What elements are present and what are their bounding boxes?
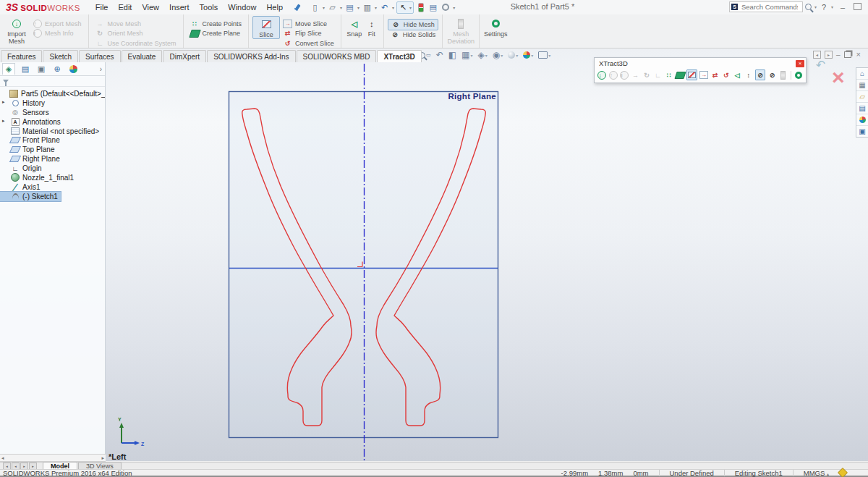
tab-evaluate[interactable]: Evaluate (122, 50, 163, 62)
tab-dimxpert[interactable]: DimXpert (163, 50, 206, 62)
minimize-button[interactable]: – (836, 3, 849, 12)
xp-settings-icon[interactable] (793, 70, 803, 80)
cancel-sketch-icon[interactable]: × (832, 69, 845, 85)
fit-button[interactable]: ↕ Fit (364, 16, 380, 38)
help-button[interactable]: ? (820, 3, 828, 12)
open-dropdown-icon[interactable]: ▾ (340, 5, 342, 10)
menu-help[interactable]: Help (261, 1, 288, 13)
section-view-icon[interactable]: ◧ (448, 50, 456, 60)
tree-item-sensors[interactable]: ◎ Sensors (0, 108, 52, 117)
view-settings-icon[interactable]: ▾ (538, 51, 550, 59)
tree-item-part[interactable]: Part5 (Default<<Default>_Display State 1 (0, 89, 106, 98)
exit-sketch-icon[interactable]: ↶ (814, 57, 827, 72)
xtract3d-panel-titlebar[interactable]: XTract3D × (595, 58, 806, 68)
select-tool-button[interactable]: ↖▾ (396, 1, 414, 14)
feature-tree-tab-icon[interactable]: ◈ (2, 63, 15, 75)
new-dropdown-icon[interactable]: ▾ (323, 5, 325, 10)
xtract3d-panel-close-icon[interactable]: × (796, 60, 804, 67)
custom-properties-icon[interactable]: ▤ (856, 103, 868, 114)
expand-arrow-icon[interactable]: ▸ (2, 99, 5, 105)
tree-item-material[interactable]: Material <not specified> (0, 127, 102, 136)
configuration-manager-tab-icon[interactable]: ▣ (35, 64, 47, 75)
file-properties-icon[interactable]: ▤ (427, 2, 438, 13)
home-icon[interactable]: ⌂ (856, 68, 868, 80)
file-explorer-icon[interactable]: ▱ (856, 91, 868, 103)
tab-surfaces[interactable]: Surfaces (79, 50, 120, 62)
search-input[interactable] (740, 2, 799, 12)
create-plane-button[interactable]: Create Plane (187, 29, 245, 39)
property-manager-tab-icon[interactable]: ▤ (20, 64, 31, 75)
tab-solidworks-add-ins[interactable]: SOLIDWORKS Add-Ins (207, 50, 295, 62)
save-dropdown-icon[interactable]: ▾ (357, 5, 359, 10)
options-gear-icon[interactable] (440, 2, 451, 13)
xp-snap-icon[interactable]: ◁ (733, 70, 742, 80)
menu-insert[interactable]: Insert (164, 1, 195, 13)
convert-slice-button[interactable]: ↺ Convert Slice (280, 38, 337, 48)
xp-fit-icon[interactable]: ↕ (744, 70, 753, 80)
search-dropdown-icon[interactable]: ▾ (814, 4, 817, 9)
xp-slice-icon[interactable] (686, 69, 697, 80)
menu-tools[interactable]: Tools (195, 1, 224, 13)
flip-slice-button[interactable]: ⇄ Flip Slice (280, 29, 337, 39)
snap-button[interactable]: ◁ Snap (345, 16, 364, 38)
tab-features[interactable]: Features (1, 50, 42, 62)
xp-flip-slice-icon[interactable]: ⇄ (710, 70, 720, 80)
tree-item-front-plane[interactable]: Front Plane (0, 135, 63, 145)
undo-dropdown-icon[interactable]: ▾ (392, 5, 394, 10)
units-selector[interactable]: MMGS ▴ (804, 469, 829, 477)
menu-window[interactable]: Window (223, 1, 261, 13)
rebuild-icon[interactable] (415, 2, 426, 13)
display-style-icon[interactable]: ◈▾ (477, 50, 487, 60)
slice-button[interactable]: Slice (252, 16, 280, 39)
tag-pencil-icon[interactable] (838, 468, 848, 477)
print-dropdown-icon[interactable]: ▾ (375, 5, 377, 10)
help-dropdown-icon[interactable]: ▾ (831, 4, 833, 9)
options-dropdown-icon[interactable]: ▾ (453, 5, 455, 10)
prev-document-icon[interactable]: ◂ (813, 51, 821, 59)
undo-icon[interactable]: ↶ (379, 2, 390, 13)
edit-appearance-icon[interactable]: ▾ (508, 51, 518, 59)
tree-item-origin[interactable]: ∟ Origin (0, 164, 45, 173)
tree-item-history[interactable]: ▸ History (0, 98, 48, 108)
tree-item-nozzle-mesh[interactable]: Nozzle_1_final1 (0, 173, 77, 182)
previous-view-icon[interactable]: ↶ (436, 50, 443, 60)
xp-convert-slice-icon[interactable]: ↺ (721, 70, 731, 80)
xp-hide-solids-icon[interactable]: ⊘ (767, 70, 777, 80)
tab-solidworks-mbd[interactable]: SOLIDWORKS MBD (297, 50, 377, 62)
hide-solids-button[interactable]: ⊘ Hide Solids (388, 30, 439, 41)
xp-hide-mesh-icon[interactable]: ⊘ (755, 69, 766, 80)
search-commands-box[interactable]: S (729, 1, 803, 12)
xp-import-mesh-icon[interactable]: ↓ (597, 70, 607, 80)
doc-close-icon[interactable]: × (856, 50, 861, 59)
display-manager-tab-icon[interactable] (67, 64, 79, 75)
view-orientation-icon[interactable]: ▦▾ (461, 50, 472, 60)
appearances-icon[interactable] (856, 114, 868, 126)
menu-view[interactable]: View (137, 1, 164, 13)
tab-xtract3d[interactable]: XTract3D (377, 50, 421, 62)
doc-minimize-icon[interactable]: – (836, 51, 841, 59)
hide-mesh-button[interactable]: ⊘ Hide Mesh (388, 19, 439, 30)
import-mesh-button[interactable]: ↓ Import Mesh (4, 16, 30, 45)
panel-horizontal-scrollbar[interactable]: ◂ ▸ (0, 454, 106, 462)
apply-scene-icon[interactable]: ▾ (523, 51, 533, 59)
hide-show-items-icon[interactable]: ◉▾ (493, 50, 503, 60)
maximize-button[interactable] (851, 3, 864, 12)
doc-restore-icon[interactable] (844, 51, 851, 58)
xp-create-points-icon[interactable]: ∷ (664, 70, 673, 80)
tree-filter-row[interactable] (0, 76, 105, 87)
tree-item-right-plane[interactable]: Right Plane (0, 154, 63, 164)
scroll-left-icon[interactable]: ◂ (1, 455, 4, 461)
settings-button[interactable]: Settings (483, 16, 508, 38)
new-document-icon[interactable]: ▯ (310, 2, 320, 13)
design-library-icon[interactable]: ▦ (856, 80, 868, 91)
panel-chevron-icon[interactable]: › (100, 65, 102, 73)
menu-edit[interactable]: Edit (113, 1, 137, 13)
next-document-icon[interactable]: ▸ (825, 51, 833, 59)
create-points-button[interactable]: ∷ Create Points (187, 19, 245, 29)
graphics-area[interactable] (0, 48, 868, 461)
move-slice-button[interactable]: → Move Slice (280, 19, 337, 29)
print-icon[interactable]: ▥ (362, 2, 373, 13)
pin-menu-icon[interactable] (294, 4, 301, 11)
open-document-icon[interactable]: ▱ (327, 2, 338, 13)
scroll-right-icon[interactable]: ▸ (101, 455, 104, 461)
